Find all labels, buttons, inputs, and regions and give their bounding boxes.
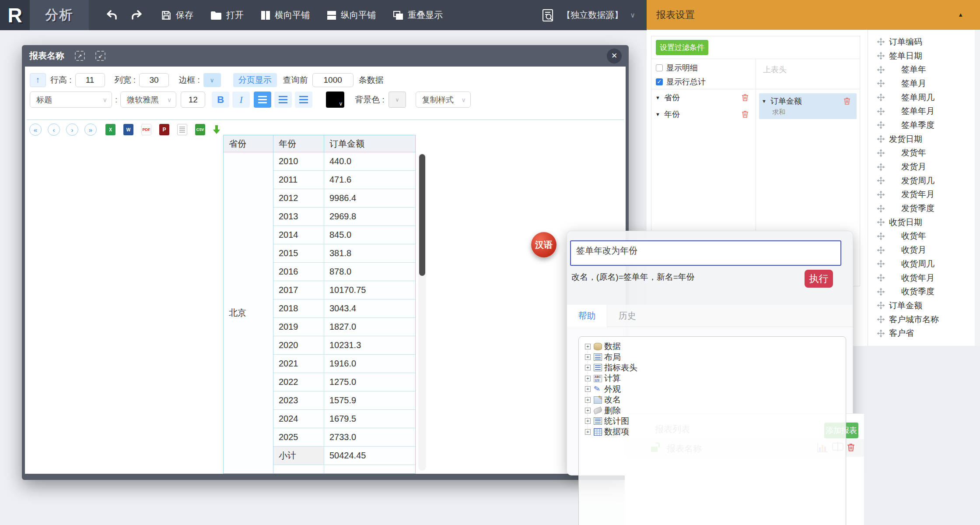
settings-panel-header[interactable]: 报表设置 ▲: [647, 0, 980, 30]
last-page-button[interactable]: »: [84, 123, 97, 136]
show-detail-checkbox[interactable]: [656, 64, 663, 71]
drag-move-icon[interactable]: [877, 232, 885, 240]
align-left-button[interactable]: [254, 92, 271, 108]
field-item[interactable]: 收货周几: [868, 257, 975, 271]
drag-move-icon[interactable]: [877, 288, 885, 296]
align-center-button[interactable]: [274, 92, 292, 108]
expand-plus-icon[interactable]: +: [585, 386, 591, 392]
italic-button[interactable]: I: [232, 92, 250, 108]
next-page-button[interactable]: ›: [66, 123, 78, 136]
tile-horizontal-button[interactable]: 横向平铺: [260, 9, 310, 21]
trash-icon[interactable]: [846, 443, 856, 452]
copy-style-select[interactable]: 复制样式∨: [416, 92, 471, 108]
collapse-up-icon[interactable]: ▲: [958, 11, 963, 18]
drag-move-icon[interactable]: [877, 218, 885, 226]
expand-plus-icon[interactable]: +: [585, 418, 591, 424]
drag-move-icon[interactable]: [877, 38, 885, 46]
expand-plus-icon[interactable]: +: [585, 344, 591, 349]
language-badge[interactable]: 汉语: [531, 232, 556, 257]
field-item[interactable]: 签单年月: [868, 104, 975, 118]
col-width-input[interactable]: [139, 73, 169, 87]
field-item[interactable]: 客户城市名称: [868, 313, 975, 327]
query-rows-input[interactable]: [312, 73, 354, 87]
chevron-down-icon[interactable]: ∨: [630, 11, 635, 19]
datasource-search-icon[interactable]: [542, 8, 555, 22]
chevron-down-icon[interactable]: ▼: [762, 99, 766, 104]
tree-item[interactable]: + 指标表头: [579, 363, 846, 373]
tab-analysis[interactable]: 分析: [30, 0, 89, 30]
font-select[interactable]: 微软雅黑∨: [120, 92, 176, 108]
drag-move-icon[interactable]: [877, 329, 885, 338]
expand-plus-icon[interactable]: +: [585, 429, 591, 435]
tree-item[interactable]: + 删除: [579, 405, 846, 416]
prev-page-button[interactable]: ‹: [48, 123, 60, 136]
field-item[interactable]: 收货年月: [868, 271, 975, 285]
tree-item[interactable]: + 数据项: [579, 426, 846, 437]
bold-button[interactable]: B: [212, 92, 229, 108]
style-scope-select[interactable]: 标题∨: [30, 92, 112, 108]
tab-history[interactable]: 历史: [607, 305, 648, 327]
drag-move-icon[interactable]: [877, 301, 885, 310]
field-list-scrollbar[interactable]: [975, 30, 980, 346]
bg-color-swatch[interactable]: ∨: [388, 92, 406, 108]
chevron-down-icon[interactable]: ▼: [655, 112, 660, 117]
drag-move-icon[interactable]: [877, 121, 885, 129]
drag-move-icon[interactable]: [877, 66, 885, 74]
drag-move-icon[interactable]: [877, 315, 885, 324]
export-pdf-icon[interactable]: PDF: [141, 124, 151, 135]
drag-move-icon[interactable]: [877, 274, 885, 282]
chevron-down-icon[interactable]: ▼: [655, 95, 660, 100]
upper-header-dropzone[interactable]: 上表头: [756, 59, 860, 75]
download-icon[interactable]: [213, 125, 220, 134]
tree-item[interactable]: + 改名: [579, 395, 846, 405]
field-item[interactable]: 收货季度: [868, 285, 975, 299]
drag-move-icon[interactable]: [877, 79, 885, 88]
drag-move-icon[interactable]: [877, 135, 885, 143]
field-item[interactable]: 发货年月: [868, 188, 975, 202]
export-excel-icon[interactable]: X: [105, 124, 116, 135]
tile-vertical-button[interactable]: 纵向平铺: [326, 9, 376, 21]
drag-move-icon[interactable]: [877, 149, 885, 157]
table-scrollbar[interactable]: [418, 153, 426, 471]
field-item[interactable]: 发货日期: [868, 132, 975, 146]
redo-button[interactable]: [131, 10, 144, 21]
tree-item[interactable]: + 外观: [579, 384, 846, 395]
field-item[interactable]: 发货月: [868, 160, 975, 174]
expand-plus-icon[interactable]: +: [585, 376, 591, 381]
drag-move-icon[interactable]: [877, 52, 885, 60]
row-field-chip[interactable]: ▼ 省份: [651, 89, 756, 106]
field-item[interactable]: 签单月: [868, 77, 975, 91]
first-page-button[interactable]: «: [29, 123, 42, 136]
drag-move-icon[interactable]: [877, 204, 885, 213]
expand-plus-icon[interactable]: +: [585, 408, 591, 413]
field-item[interactable]: 签单年: [868, 63, 975, 77]
expand-plus-icon[interactable]: +: [585, 397, 591, 403]
field-item[interactable]: 收货年: [868, 229, 975, 243]
field-item[interactable]: 发货季度: [868, 201, 975, 215]
open-button[interactable]: 打开: [210, 9, 244, 21]
show-row-total-checkbox[interactable]: ✓: [656, 78, 663, 85]
field-item[interactable]: 收货月: [868, 243, 975, 257]
drag-move-icon[interactable]: [877, 190, 885, 199]
maximize-icon[interactable]: ↗: [75, 51, 85, 61]
border-select[interactable]: ∨: [203, 73, 221, 87]
drag-move-icon[interactable]: [877, 163, 885, 171]
print-icon[interactable]: P: [159, 124, 169, 135]
drag-move-icon[interactable]: [877, 260, 885, 268]
expand-plus-icon[interactable]: +: [585, 354, 591, 360]
trash-icon[interactable]: [741, 110, 749, 119]
tree-item[interactable]: + 计算: [579, 373, 846, 384]
trash-icon[interactable]: [741, 93, 749, 102]
tab-help[interactable]: 帮助: [567, 305, 607, 327]
trash-icon[interactable]: [843, 97, 851, 106]
export-text-icon[interactable]: [177, 124, 187, 135]
window-titlebar[interactable]: 报表名称 ↗ ↙ ✕: [22, 45, 629, 67]
set-filter-button[interactable]: 设置过滤条件: [656, 40, 708, 55]
scrollbar-thumb[interactable]: [419, 154, 425, 276]
field-item[interactable]: 发货年: [868, 146, 975, 160]
datasource-selector[interactable]: 【独立数据源】: [562, 9, 623, 21]
field-item[interactable]: 收货日期: [868, 215, 975, 229]
font-size-input[interactable]: [181, 92, 205, 108]
value-field-chip[interactable]: ▼ 订单金额 求和: [759, 93, 857, 119]
drag-move-icon[interactable]: [877, 246, 885, 254]
